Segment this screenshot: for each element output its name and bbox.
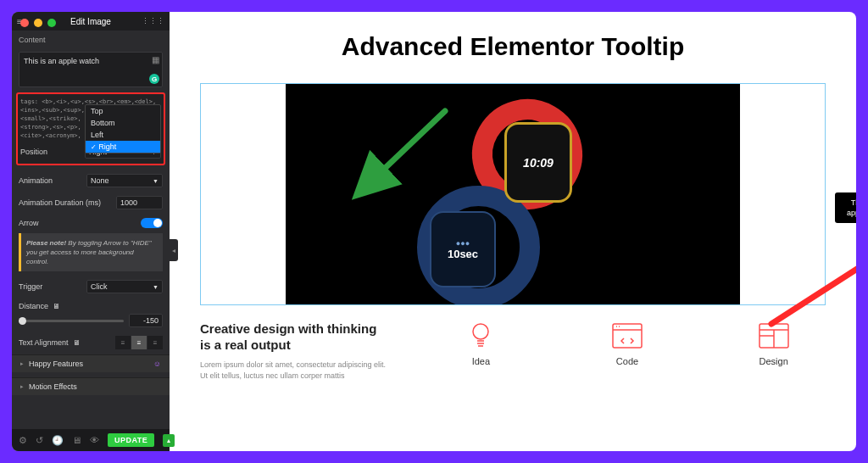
lightbulb-icon <box>465 321 496 351</box>
svg-rect-1 <box>613 324 642 348</box>
textalign-label: Text Alignment 🖥 <box>19 338 81 347</box>
svg-point-0 <box>473 324 488 339</box>
position-option-right[interactable]: Right <box>86 141 160 153</box>
tooltip-preview: This is an apple watch <box>835 192 856 223</box>
content-heading: Creative design with thinking is a real … <box>200 321 387 353</box>
maximize-window-icon[interactable] <box>47 19 56 27</box>
textarea-tool-icon[interactable]: ▦ <box>152 55 159 64</box>
watch-face-blue: ●●● 10sec <box>430 211 496 287</box>
content-textarea[interactable]: This is an apple watch ▦ G <box>19 52 163 87</box>
minimize-window-icon[interactable] <box>34 19 42 27</box>
animation-label: Animation <box>19 176 53 185</box>
happy-icon: ☺ <box>153 360 161 368</box>
preview-icon[interactable]: 👁 <box>90 435 99 445</box>
position-option-top[interactable]: Top <box>86 105 160 117</box>
page-title: Advanced Elementor Tooltip <box>170 32 856 61</box>
accordion-happy-features[interactable]: ▸ Happy Features ☺ <box>12 354 170 372</box>
close-window-icon[interactable] <box>20 19 29 27</box>
highlighted-position-area: tags: <b>,<i>,<u>,<s>,<br>,<em>,<del>, <… <box>16 92 165 165</box>
chevron-down-icon: ▼ <box>153 284 159 290</box>
watch-face-gold: 10:09 <box>504 122 572 203</box>
grammarly-icon[interactable]: G <box>149 74 159 84</box>
position-option-bottom[interactable]: Bottom <box>86 117 160 129</box>
history-icon[interactable]: ↺ <box>36 435 43 446</box>
feature-code: Code <box>576 321 680 382</box>
settings-icon[interactable]: ⚙ <box>19 435 27 446</box>
accordion-motion-effects[interactable]: ▸ Motion Effects <box>12 377 170 395</box>
arrow-note: Please note! By toggling Arrow to "HIDE"… <box>19 233 163 271</box>
content-paragraph: Lorem ipsum dolor sit amet, consectetur … <box>200 360 387 382</box>
trigger-label: Trigger <box>19 282 42 291</box>
distance-input[interactable]: -150 <box>129 314 163 327</box>
code-window-icon <box>612 321 643 351</box>
content-row: Creative design with thinking is a real … <box>200 321 826 382</box>
hero-image[interactable]: 10:09 ●●● 10sec <box>286 84 740 304</box>
layout-icon <box>759 321 789 351</box>
feature-design: Design <box>721 321 826 382</box>
grid-icon[interactable]: ⋮⋮⋮ <box>142 17 164 25</box>
sidebar-title: Edit Image <box>70 17 111 26</box>
align-right-button[interactable]: ≡ <box>147 336 163 349</box>
position-dropdown: Top Bottom Left Right <box>85 104 161 153</box>
arrow-toggle[interactable] <box>141 218 163 228</box>
update-button[interactable]: UPDATE <box>108 433 154 447</box>
arrow-label: Arrow <box>19 219 39 227</box>
duration-label: Animation Duration (ms) <box>19 198 101 207</box>
duration-input[interactable]: 1000 <box>116 196 163 209</box>
align-left-button[interactable]: ≡ <box>115 336 131 349</box>
align-center-button[interactable]: ≡ <box>131 336 147 349</box>
responsive-icon[interactable]: 🖥 <box>72 435 81 445</box>
chevron-down-icon: ▼ <box>153 178 159 184</box>
editor-sidebar: ≡ Edit Image ⋮⋮⋮ Content This is an appl… <box>12 12 170 451</box>
position-option-left[interactable]: Left <box>86 129 160 141</box>
trigger-select[interactable]: Click ▼ <box>86 280 163 293</box>
feature-idea: Idea <box>429 321 533 382</box>
elementor-section[interactable]: 10:09 ●●● 10sec This is an apple watch <box>200 83 826 305</box>
distance-slider[interactable] <box>19 320 124 322</box>
sidebar-bottom-bar: ⚙ ↺ 🕘 🖥 👁 UPDATE ▴ <box>12 429 170 451</box>
text-align-group: ≡ ≡ ≡ <box>115 336 163 349</box>
content-label: Content <box>19 36 163 44</box>
revisions-icon[interactable]: 🕘 <box>52 435 64 446</box>
position-label: Position <box>20 148 47 156</box>
animation-select[interactable]: None ▼ <box>86 174 163 187</box>
window-traffic-lights <box>20 19 56 27</box>
app-window: ≡ Edit Image ⋮⋮⋮ Content This is an appl… <box>12 12 856 451</box>
distance-label: Distance 🖥 <box>19 302 60 310</box>
preview-canvas: Advanced Elementor Tooltip 10:09 ●●● 10s… <box>170 12 856 451</box>
